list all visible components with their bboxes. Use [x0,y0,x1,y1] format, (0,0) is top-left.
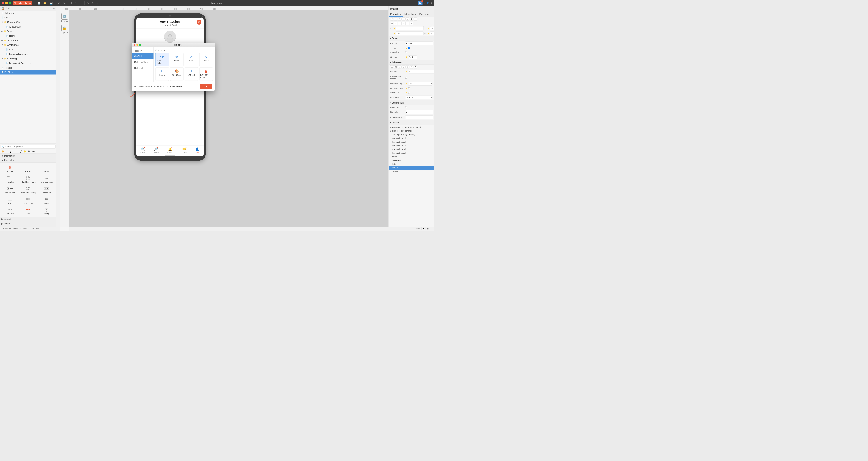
save-button[interactable]: 💾 [49,1,54,5]
align-top-right[interactable]: ⌝ [398,18,402,21]
nav-assistance[interactable]: 🔔 Assistanc [166,147,174,154]
close-button[interactable] [2,2,4,4]
outline-tree-iconlabel4[interactable]: Icon and Label [389,147,434,151]
signin-tool[interactable]: 🔐 Sign In [61,24,69,35]
outline-tree-signin[interactable]: ▶ Sign In (Popup Panel) [389,129,434,133]
zoom-fit[interactable]: ⊞ [427,227,429,230]
shape-triangle-btn[interactable]: △ [410,65,413,68]
shape-diamond-btn[interactable]: ◇ [402,65,406,68]
outline-tree-label[interactable]: Label [389,162,434,166]
dist-top[interactable]: ⊤ [406,22,409,25]
dist-right[interactable]: ⊢ [398,22,402,25]
cmd-rotate[interactable]: ↻ Rotate [155,67,169,81]
outline-tree-settings[interactable]: ▼ Settings (Sliding Drawer) [389,133,434,136]
comp-label-text-input[interactable]: Label Label Text Input [37,174,55,185]
user-icon[interactable]: 👤 [426,2,429,4]
outline-tree-iconlabel1[interactable]: Icon and Label [389,136,434,140]
arrow-tool[interactable]: ➜ [95,1,99,5]
dialog-ok-button[interactable]: OK [200,84,213,89]
outline-tree-shape2[interactable]: Shape [389,170,434,173]
pointer-tool[interactable]: ↖ [86,1,90,5]
shape-rounded-btn[interactable]: ▢ [394,65,398,68]
outline-tree-iconlabel3[interactable]: Icon and Label [389,144,434,147]
trigger-onlongclick[interactable]: OnLongClick [132,59,154,65]
dist-h-center[interactable]: ↔ [394,22,398,25]
select-tool[interactable]: ⬡ [69,1,73,5]
h-input[interactable] [430,32,434,35]
comp-tab-text-b[interactable]: T̲ [9,150,12,153]
nav-discover[interactable]: 🔍 Discov [140,147,146,154]
grid-tool[interactable]: # [91,1,94,5]
radius-input[interactable] [408,70,434,73]
comp-tab-rect[interactable]: ▭ [12,150,16,153]
align-bottom-left[interactable]: ⌞ [406,18,409,21]
shape-pentagon-btn[interactable]: ⬠ [406,65,409,68]
eye-icon[interactable]: 👁 [430,227,432,230]
collapse-icon[interactable]: ⊟ [53,7,55,10]
comp-menubar[interactable]: FileEdit Menu Bar [1,205,19,216]
dist-v-center[interactable]: ↕ [402,22,406,25]
cmd-move[interactable]: ✥ Move [170,53,183,66]
comp-checkbox[interactable]: ✓ Checkbox [1,174,19,185]
comp-tab-divider[interactable]: ▬ [31,150,35,153]
align-top-left[interactable]: ⌜ [390,18,394,21]
cmd-resize[interactable]: ⤡ Resize [199,53,213,66]
cmd-settext[interactable]: T Set Text [185,67,198,81]
comp-radio-group[interactable]: ◉One ○Two RadioButton Group [19,185,37,195]
rpanel-tab-interactions[interactable]: Interactions [403,12,417,17]
window-icon[interactable]: ⊞ [431,2,432,4]
cmd-showhide[interactable]: 👁 Show / Hide [155,53,169,66]
crop-tool[interactable]: ✂ [74,1,79,5]
dist-left[interactable]: ⊣ [390,22,394,25]
outline-tree-textarea[interactable]: Text Area [389,159,434,162]
remarks-input[interactable] [405,110,433,114]
comp-tab-circle[interactable]: ○ [16,150,19,153]
outline-rome[interactable]: 📄 Rome [0,34,57,38]
x-input[interactable] [396,27,424,30]
comp-vrule[interactable]: V.Rule [37,163,55,174]
comp-gif[interactable]: GIF Gif [19,205,37,216]
caption-input[interactable] [405,42,433,45]
outline-tree-shape1[interactable]: Shape [389,155,434,159]
settings-button[interactable]: ⚙ [197,20,202,25]
comp-menu[interactable]: Item Item Menu [37,195,55,205]
open-button[interactable]: 📂 [42,1,48,5]
rotation-select[interactable]: 0° [408,82,432,86]
outline-chat[interactable]: 📄 Chat [0,47,57,52]
outline-amsterdam[interactable]: 📄 Amsterdam [0,25,57,29]
search-input[interactable] [1,144,56,149]
comp-tab-line[interactable]: ╱ [20,150,23,153]
cmd-setcolor[interactable]: 🎨 Set Color [170,67,183,81]
star-icon[interactable]: ☆ [5,7,7,10]
outline-tree-iconlabel5[interactable]: Icon and Label [389,151,434,155]
outline-tree-comeboard[interactable]: ▶ Come On Board (Popup Panel) [389,126,434,129]
list-icon[interactable]: ≡ [11,7,12,10]
rpanel-tab-pagelinks[interactable]: Page links [417,12,431,17]
section-mobile[interactable]: ▶ Mobile [0,221,57,226]
comp-tab-image[interactable]: 🖼 [27,150,31,153]
dialog-maximize[interactable] [139,44,141,46]
comp-hrule[interactable]: H.Rule [19,163,37,174]
zoom-dropdown[interactable]: ▼ [422,227,425,230]
nav-tickets[interactable]: 🎫 Tickets [182,147,187,154]
outline-assistance-root[interactable]: ▶ 📁 Assistance [0,38,57,43]
grid-icon[interactable]: ⊞ [8,7,10,10]
outline-tree-image[interactable]: Image [389,166,434,170]
outline-detail[interactable]: 📄 Detail [0,15,57,20]
hflip-checkbox[interactable] [408,88,410,90]
asmarkup-checkbox[interactable] [405,106,407,108]
nav-profile[interactable]: 👤 Profile [195,147,200,154]
trigger-onclick[interactable]: OnClick [132,54,154,59]
w-input[interactable] [430,27,434,30]
comp-tab-text[interactable]: T [5,150,8,153]
pen-tool[interactable]: ✏ [79,1,83,5]
cmd-zoom[interactable]: ⤢ Zoom [185,53,198,66]
comp-tooltip[interactable]: tip Tooltip [37,205,55,216]
outline-calendar[interactable]: 📄 Calendar [0,11,57,15]
align-bottom-right[interactable]: ⌟ [414,18,417,21]
comp-tab-icons[interactable]: 😊 [1,150,5,153]
section-interaction[interactable]: ▼ Interaction [0,154,57,158]
shape-circle-btn[interactable]: ○ [398,65,402,68]
align-middle[interactable]: ↕ [402,18,406,21]
comp-hotspot[interactable]: ⊕ Hotspot [1,163,19,174]
